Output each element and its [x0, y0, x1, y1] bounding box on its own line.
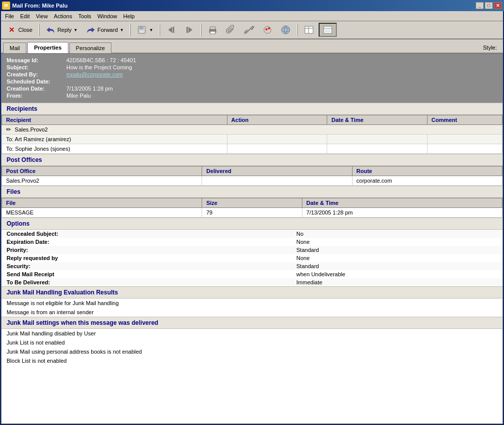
separator-3	[159, 24, 160, 36]
table-row: To: Sophie Jones (sjones)	[2, 144, 502, 154]
svg-marker-5	[188, 27, 192, 33]
svg-point-13	[268, 27, 270, 29]
opt-label-5: Send Mail Receipt	[2, 270, 291, 278]
mailview-button[interactable]	[319, 23, 337, 37]
menu-tools[interactable]: Tools	[75, 12, 94, 20]
junk-eval-msg-0: Message is not eligible for Junk Mail ha…	[2, 299, 502, 308]
reply-button[interactable]: Reply ▼	[42, 23, 81, 37]
svg-rect-1	[139, 26, 143, 29]
svg-rect-9	[210, 31, 215, 34]
link-icon	[244, 25, 254, 35]
app-icon: ✉	[2, 2, 10, 10]
col-file-datetime: Date & Time	[302, 198, 502, 208]
col-postoffice: Post Office	[2, 166, 202, 176]
forward-icon	[86, 25, 96, 35]
minimize-button[interactable]: _	[476, 2, 484, 9]
option-row: Send Mail Receipt when Undeliverable	[2, 270, 502, 278]
option-row: Concealed Subject: No	[2, 230, 502, 238]
attach-button[interactable]	[222, 23, 240, 37]
address-icon	[281, 25, 291, 35]
save-dropdown-icon[interactable]: ▼	[149, 28, 153, 32]
print-icon	[208, 25, 218, 35]
comment-cell-1	[427, 135, 502, 144]
close-icon: ✕	[7, 25, 17, 35]
option-row: Priority: Standard	[2, 246, 502, 254]
junk-settings-msg-1: Junk List is not enabled	[2, 338, 502, 347]
recipient-cell-1: To: Art Ramirez (aramirez)	[2, 135, 227, 144]
save-button[interactable]: ▼	[133, 23, 157, 37]
menu-edit[interactable]: Edit	[17, 12, 33, 20]
menu-file[interactable]: File	[2, 12, 17, 20]
opt-value-4: Standard	[291, 262, 502, 270]
opt-label-0: Concealed Subject:	[2, 230, 291, 238]
msgid-label: Message Id:	[7, 57, 62, 63]
close-button[interactable]: ✕ Close	[3, 23, 36, 37]
link-button[interactable]	[241, 23, 258, 37]
menu-window[interactable]: Window	[94, 12, 120, 20]
group-icon: ✏	[6, 126, 11, 133]
createdby-label: Created By:	[7, 71, 62, 77]
next-button[interactable]	[181, 23, 198, 37]
message-header: Message Id: 42D56B4C.5B6 : 72 : 45401 Su…	[2, 54, 502, 103]
svg-point-11	[264, 26, 271, 33]
scheduled-label: Scheduled Date:	[7, 78, 62, 84]
tab-mail[interactable]: Mail	[3, 42, 26, 53]
junk-settings-msg-3: Block List is not enabled	[2, 356, 502, 365]
tab-properties[interactable]: Properties	[27, 42, 68, 53]
col-datetime: Date & Time	[327, 115, 428, 125]
svg-rect-6	[186, 27, 188, 33]
opt-value-6: Immediate	[291, 278, 502, 286]
opt-value-2: Standard	[291, 246, 502, 254]
col-file: File	[2, 198, 202, 208]
close-window-button[interactable]: ✕	[494, 2, 502, 9]
print-button[interactable]	[204, 23, 221, 37]
reply-dropdown-icon[interactable]: ▼	[73, 28, 77, 32]
menu-actions[interactable]: Actions	[51, 12, 75, 20]
reply-icon	[46, 25, 56, 35]
menu-help[interactable]: Help	[120, 12, 138, 20]
style-label: Style:	[479, 42, 501, 53]
svg-point-14	[282, 26, 290, 34]
save-icon	[137, 25, 147, 35]
svg-marker-3	[168, 27, 172, 33]
creation-value: 7/13/2005 1:28 pm	[66, 86, 113, 92]
tab-bar: Mail Properties Personalize Style:	[1, 39, 503, 54]
postoffices-section-header: Post Offices	[2, 154, 502, 166]
mailview-icon	[323, 25, 333, 35]
options-table: Concealed Subject: No Expiration Date: N…	[2, 230, 502, 286]
listview-icon	[304, 25, 314, 35]
prev-button[interactable]	[163, 23, 180, 37]
createdby-value[interactable]: mpalu@corporate.com	[66, 71, 123, 77]
svg-rect-4	[173, 27, 174, 33]
option-row: To Be Delivered: Immediate	[2, 278, 502, 286]
address-button[interactable]	[277, 23, 294, 37]
creation-label: Creation Date:	[7, 86, 62, 92]
forward-dropdown-icon[interactable]: ▼	[120, 28, 124, 32]
separator-2	[130, 24, 131, 36]
table-row: Sales.Provo2 corporate.com	[2, 176, 502, 186]
from-label: From:	[7, 93, 62, 99]
svg-rect-21	[325, 29, 331, 32]
listview-button[interactable]	[300, 23, 318, 37]
attach-icon	[226, 25, 236, 35]
opt-label-3: Reply requested by	[2, 254, 291, 262]
flag-button[interactable]	[259, 23, 276, 37]
datetime-cell-2	[327, 144, 428, 154]
svg-rect-16	[305, 26, 313, 33]
col-route: Route	[352, 166, 502, 176]
tab-personalize[interactable]: Personalize	[69, 42, 111, 53]
forward-button[interactable]: Forward ▼	[82, 23, 127, 37]
svg-rect-8	[210, 27, 215, 29]
maximize-button[interactable]: □	[485, 2, 493, 9]
title-bar: ✉ Mail From: Mike Palu _ □ ✕	[0, 0, 504, 11]
svg-line-10	[247, 28, 251, 32]
forward-label: Forward	[97, 27, 118, 33]
main-content: Message Id: 42D56B4C.5B6 : 72 : 45401 Su…	[1, 54, 503, 424]
postoffice-cell: Sales.Provo2	[2, 176, 202, 186]
postoffices-table: Post Office Delivered Route Sales.Provo2…	[2, 166, 502, 186]
close-label: Close	[18, 27, 32, 33]
menu-view[interactable]: View	[33, 12, 51, 20]
col-delivered: Delivered	[202, 166, 352, 176]
opt-value-3: None	[291, 254, 502, 262]
comment-cell-2	[427, 144, 502, 154]
